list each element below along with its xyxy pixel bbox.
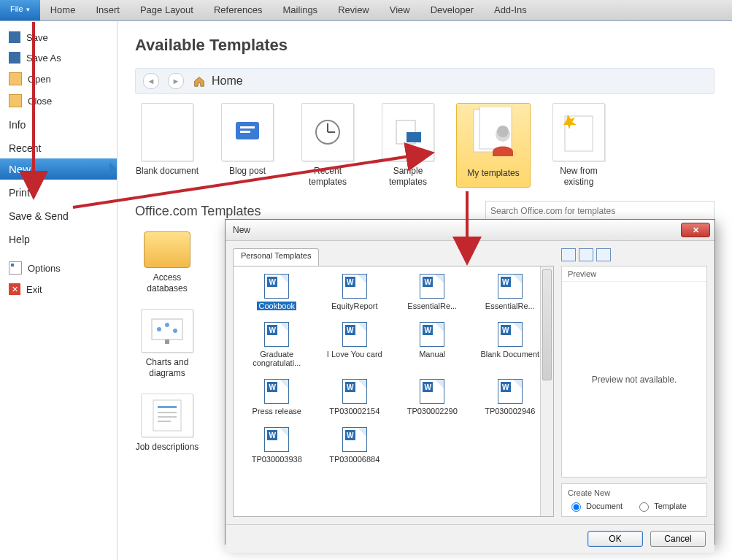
template-file[interactable]: I Love You card [319,322,391,367]
ribbon-tab-file[interactable]: File [0,0,40,20]
office-item-charts[interactable]: Charts and diagrams [135,309,199,379]
template-file[interactable]: EssentialRe... [474,274,547,310]
radio-document-input[interactable] [571,502,581,512]
sidebar-item-save[interactable]: Save [0,27,117,47]
template-file[interactable]: EssentialRe... [396,274,469,310]
cancel-button[interactable]: Cancel [650,531,706,547]
template-recent[interactable]: Recent templates [296,103,360,188]
office-section-title: Office.com Templates [135,204,261,219]
exit-icon: ✕ [9,283,20,295]
tab-personal-templates[interactable]: Personal Templates [233,248,319,266]
ribbon-tab-page-layout[interactable]: Page Layout [130,0,204,20]
sidebar-label: Save [26,32,48,43]
file-label: TP030002290 [407,407,458,415]
recent-templates-icon [301,103,354,161]
view-details-button[interactable] [596,248,611,261]
template-my-templates[interactable]: My templates [456,103,531,188]
office-item-access-db[interactable]: Access databases [135,231,199,294]
search-input[interactable] [485,201,714,221]
sidebar-item-exit[interactable]: ✕Exit [0,279,117,299]
template-file[interactable]: EquityReport [319,274,391,310]
ribbon-tab-references[interactable]: References [204,0,272,20]
file-label: Cookbook [257,302,296,310]
ribbon-tab-review[interactable]: Review [328,0,380,20]
template-file[interactable]: TP030002154 [319,379,391,415]
save-icon [9,31,20,43]
sidebar-item-save-send[interactable]: Save & Send [0,203,117,226]
template-file[interactable]: Graduate congratulati... [241,322,313,367]
file-label: TP030002946 [485,407,535,415]
sidebar-item-print[interactable]: Print [0,180,117,203]
create-new-group: Create New Document Template [561,483,707,517]
template-file[interactable]: Manual [396,322,469,367]
template-blank-document[interactable]: Blank document [135,103,199,188]
blog-post-icon [221,103,274,161]
sidebar-item-recent[interactable]: Recent [0,135,117,158]
view-mode-buttons [561,248,707,261]
new-from-existing-icon [552,103,605,161]
svg-rect-2 [240,131,250,133]
sidebar-item-close[interactable]: Close [0,90,117,112]
ribbon-tab-home[interactable]: Home [40,0,86,20]
file-label: Graduate congratulati... [253,350,301,367]
ribbon-tabs: File Home Insert Page Layout References … [0,0,732,21]
page-title: Available Templates [135,36,714,55]
template-file[interactable]: TP030006884 [319,427,391,464]
template-file[interactable]: Press release [241,379,313,415]
word-file-icon [498,379,523,404]
word-file-icon [264,274,289,299]
svg-rect-7 [407,132,421,142]
template-sample[interactable]: Sample templates [376,103,440,188]
sidebar-item-new[interactable]: New [0,158,117,180]
ribbon-tab-insert[interactable]: Insert [85,0,130,20]
file-label: Blank Document [480,350,539,358]
scrollbar-thumb[interactable] [542,269,552,380]
office-item-job[interactable]: Job descriptions [135,394,199,453]
word-file-icon [264,427,289,452]
ribbon-tab-addins[interactable]: Add-Ins [484,0,537,20]
word-file-icon [342,427,367,452]
svg-rect-23 [158,421,171,422]
radio-document[interactable]: Document [568,500,623,512]
breadcrumb-home[interactable]: Home [193,74,243,88]
breadcrumb-label: Home [212,74,243,88]
template-file[interactable]: TP030002290 [396,379,469,415]
nav-forward-button[interactable]: ► [168,73,184,89]
template-file[interactable]: Cookbook [241,274,313,310]
template-row: Blank document Blog post Recent template… [135,103,714,188]
nav-back-button[interactable]: ◄ [143,73,159,89]
sidebar-label: Close [28,96,52,107]
dialog-close-button[interactable]: ✕ [681,223,710,237]
preview-body: Preview not available. [562,282,706,477]
svg-point-17 [173,329,177,333]
template-file[interactable]: Blank Document [474,322,547,367]
radio-template[interactable]: Template [636,500,687,512]
list-scrollbar[interactable] [540,266,553,516]
close-icon [9,94,22,107]
ribbon-tab-mailings[interactable]: Mailings [272,0,328,20]
svg-rect-18 [165,340,169,344]
ribbon-tab-view[interactable]: View [380,0,420,20]
home-icon [193,74,206,88]
file-label: EssentialRe... [407,302,457,310]
search-container [485,201,714,221]
template-new-from-existing[interactable]: New from existing [547,103,611,188]
sidebar-item-options[interactable]: Options [0,257,117,279]
radio-template-input[interactable] [639,502,649,512]
preview-pane: Preview Preview not available. [561,266,707,477]
view-list-button[interactable] [579,248,593,261]
sample-templates-icon [382,103,434,161]
save-as-icon [9,52,20,64]
template-blog-post[interactable]: Blog post [215,103,280,188]
ribbon-tab-developer[interactable]: Developer [420,0,484,20]
sidebar-item-save-as[interactable]: Save As [0,47,117,68]
backstage-sidebar: Save Save As Open Close Info Recent New … [0,21,117,560]
template-file[interactable]: TP030003938 [241,427,313,464]
word-file-icon [264,379,289,404]
sidebar-item-open[interactable]: Open [0,68,117,90]
sidebar-item-info[interactable]: Info [0,112,117,135]
view-large-icons-button[interactable] [561,248,576,261]
sidebar-item-help[interactable]: Help [0,226,117,250]
ok-button[interactable]: OK [587,531,643,547]
template-file[interactable]: TP030002946 [474,379,547,415]
